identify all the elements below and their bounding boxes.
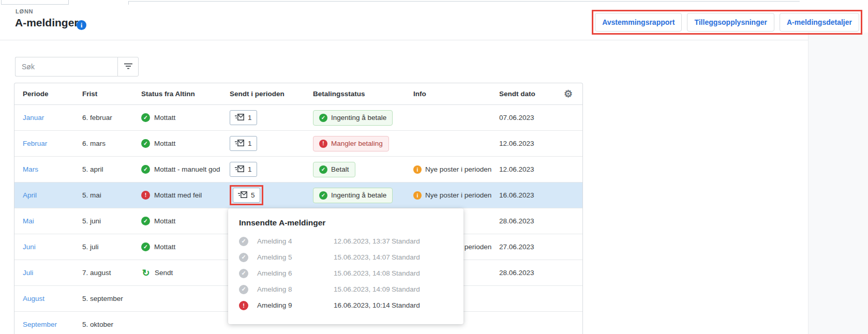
frist-cell: 6. mars	[82, 140, 141, 147]
envelope-outgoing-icon	[235, 113, 245, 123]
filter-list-icon	[124, 63, 133, 71]
amelding-datetime: 15.06.2023, 14:09	[334, 285, 392, 293]
altinn-status-cell: ↻ Sendt	[141, 268, 230, 278]
period-link[interactable]: Juli	[23, 269, 33, 277]
gear-icon[interactable]: ⚙	[564, 88, 573, 99]
table-row: Februar 6. mars ✓ Mottatt 1	[14, 131, 582, 157]
altinn-status-label: Mottatt	[154, 243, 175, 251]
tab-strip-border	[128, 1, 800, 5]
status-icon: ✓	[141, 113, 150, 122]
period-link[interactable]: August	[23, 295, 44, 302]
annotation-box-sent-count: 1	[230, 110, 257, 125]
frist-cell: 5. juni	[82, 217, 141, 225]
status-icon: ✓	[141, 217, 150, 225]
payment-status-badge: ✓ Ingenting å betale	[313, 110, 393, 126]
column-header-status-fra-altinn: Status fra Altinn	[141, 90, 230, 98]
altinn-status-cell: ! Mottatt med feil	[141, 191, 230, 200]
frist-cell: 5. april	[82, 165, 141, 173]
column-header-sendt-dato: Sendt dato	[499, 90, 564, 98]
period-link[interactable]: Februar	[23, 140, 47, 147]
sent-messages-button[interactable]: 1	[230, 136, 257, 151]
sent-date-cell: 12.06.2023	[499, 140, 564, 147]
sent-messages-button[interactable]: 1	[230, 162, 257, 177]
altinn-status-label: Mottatt med feil	[154, 191, 202, 199]
envelope-outgoing-icon	[235, 165, 245, 174]
avstemmingsrapport-button[interactable]: Avstemmingsrapport	[595, 13, 682, 32]
popup-list-item[interactable]: ✓ Amelding 6 15.06.2023, 14:08 Standard	[228, 265, 463, 281]
payment-status-icon: ✓	[319, 191, 327, 200]
search-input[interactable]	[15, 57, 117, 77]
filter-button[interactable]	[117, 57, 139, 77]
sent-date-cell: 28.06.2023	[499, 269, 564, 277]
column-header-sendt-i-perioden: Sendt i perioden	[230, 90, 313, 98]
message-status-icon: ✓	[239, 285, 248, 294]
annotation-box-sent-count: 1	[230, 162, 257, 177]
header-divider	[0, 40, 808, 40]
period-link[interactable]: Mars	[23, 165, 38, 173]
status-icon: ✓	[141, 242, 150, 251]
payment-status-icon: ✓	[319, 114, 327, 122]
amelding-name: Amelding 9	[257, 301, 334, 309]
altinn-status-cell: ✓ Mottatt	[141, 242, 230, 251]
period-link[interactable]: Mai	[23, 217, 34, 225]
column-header-info: Info	[413, 90, 499, 98]
a-meldingsdetaljer-button[interactable]: A-meldingsdetaljer	[780, 13, 859, 32]
info-label: Nye poster i perioden	[425, 191, 491, 199]
payment-status-badge: ✓ Ingenting å betale	[313, 188, 393, 203]
popup-list-item[interactable]: ✓ Amelding 8 15.06.2023, 14:09 Standard	[228, 281, 463, 297]
payment-status-badge: ! Mangler betaling	[313, 136, 389, 151]
amelding-datetime: 16.06.2023, 10:14	[334, 301, 392, 309]
frist-cell: 5. september	[82, 295, 141, 302]
amelding-type: Standard	[392, 253, 463, 261]
period-link[interactable]: Juni	[23, 243, 36, 251]
popup-list-item[interactable]: ✓ Amelding 4 12.06.2023, 13:37 Standard	[228, 233, 463, 249]
sent-messages-button[interactable]: 1	[230, 110, 257, 125]
sent-date-cell: 28.06.2023	[499, 217, 564, 225]
column-header-periode: Periode	[14, 90, 82, 98]
page-background-strip	[808, 33, 868, 334]
section-eyebrow: LØNN	[16, 8, 33, 14]
period-link[interactable]: April	[23, 191, 37, 199]
sent-in-period-cell: 1	[230, 110, 313, 125]
column-header-betalingsstatus: Betalingsstatus	[313, 90, 413, 98]
altinn-status-cell: ✓ Mottatt	[141, 113, 230, 122]
payment-status-icon: ✓	[319, 165, 327, 174]
popup-list-item[interactable]: ! Amelding 9 16.06.2023, 10:14 Standard	[228, 297, 463, 313]
sent-messages-button[interactable]: 5	[233, 188, 260, 203]
amelding-type: Standard	[392, 269, 463, 277]
table-header-row: Periode Frist Status fra Altinn Sendt i …	[14, 83, 582, 105]
payment-status-cell: ✓ Ingenting å betale	[313, 188, 413, 203]
sent-date-cell: 27.06.2023	[499, 243, 564, 251]
innsendte-a-meldinger-popup: Innsendte A-meldinger ✓ Amelding 4 12.06…	[228, 208, 463, 324]
amelding-name: Amelding 6	[257, 269, 334, 277]
altinn-status-label: Mottatt	[154, 217, 175, 225]
payment-status-label: Ingenting å betale	[331, 114, 386, 122]
warning-info-icon: i	[413, 191, 422, 200]
altinn-status-label: Mottatt	[154, 114, 175, 122]
altinn-status-cell: ✓ Mottatt	[141, 139, 230, 148]
status-icon: !	[141, 191, 150, 200]
table-row: April 5. mai ! Mottatt med feil 5	[14, 183, 582, 208]
period-link[interactable]: September	[23, 321, 57, 328]
payment-status-cell: ✓ Ingenting å betale	[313, 110, 413, 126]
browser-tab-fragment	[1, 0, 69, 5]
info-cell: i Nye poster i perioden	[413, 191, 499, 200]
search-group	[15, 57, 139, 77]
amelding-type: Standard	[392, 237, 463, 245]
frist-cell: 5. juli	[82, 243, 141, 251]
status-icon: ✓	[141, 165, 150, 174]
status-icon: ↻	[141, 268, 151, 278]
sent-count: 5	[251, 191, 255, 199]
amelding-datetime: 15.06.2023, 14:07	[334, 253, 392, 261]
message-status-icon: !	[239, 301, 248, 310]
tilleggsopplysninger-button[interactable]: Tilleggsopplysninger	[687, 13, 774, 32]
period-link[interactable]: Januar	[23, 114, 44, 122]
message-status-icon: ✓	[239, 269, 248, 278]
altinn-status-label: Mottatt	[154, 140, 175, 147]
info-label: Nye poster i perioden	[425, 165, 491, 173]
payment-status-label: Mangler betaling	[331, 140, 383, 147]
frist-cell: 5. mai	[82, 191, 141, 199]
popup-list-item[interactable]: ✓ Amelding 5 15.06.2023, 14:07 Standard	[228, 249, 463, 265]
altinn-status-cell: ✓ Mottatt - manuelt god	[141, 165, 230, 174]
info-icon[interactable]: i	[77, 20, 86, 30]
